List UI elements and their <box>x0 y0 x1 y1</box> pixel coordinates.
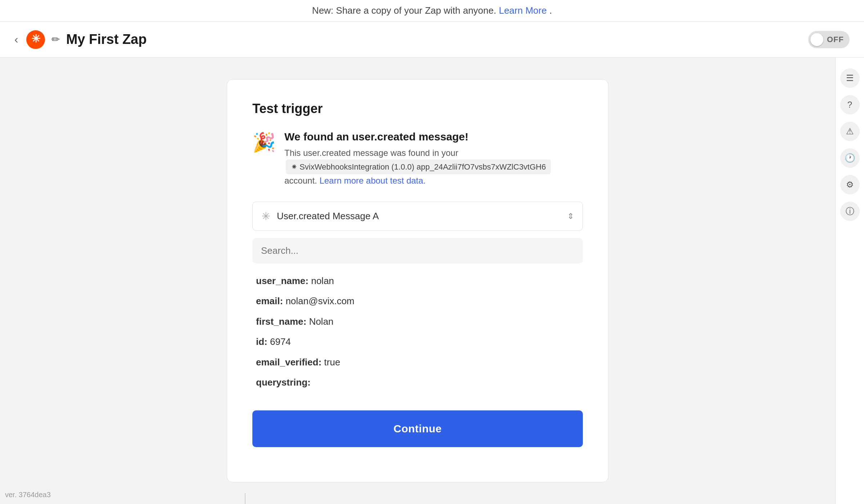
right-sidebar: ☰?⚠🕐⚙ⓘ <box>835 58 864 504</box>
data-row: email_verified: true <box>256 356 579 369</box>
data-row: email: nolan@svix.com <box>256 294 579 307</box>
data-value: nolan <box>309 275 334 286</box>
data-key: user_name: <box>256 275 309 286</box>
data-value: 6974 <box>267 336 291 347</box>
data-row: first_name: Nolan <box>256 315 579 328</box>
main-layout: Test trigger 🎉 We found an user.created … <box>0 58 864 504</box>
data-key: email: <box>256 296 283 306</box>
success-heading: We found an user.created message! <box>284 131 583 143</box>
toggle-label: OFF <box>827 35 844 44</box>
test-data-link[interactable]: Learn more about test data. <box>319 176 426 185</box>
bottom-divider <box>245 493 246 504</box>
announcement-text: New: Share a copy of your Zap with anyon… <box>312 5 499 16</box>
announcement-suffix: . <box>549 5 552 16</box>
continue-button[interactable]: Continue <box>252 410 583 447</box>
success-body-text: This user.created message was found in y… <box>284 148 458 158</box>
menu-icon[interactable]: ☰ <box>840 68 860 88</box>
data-value: Nolan <box>306 316 333 327</box>
data-key: querystring: <box>256 377 311 388</box>
success-text: We found an user.created message! This u… <box>284 131 583 187</box>
settings-icon[interactable]: ⚙ <box>840 175 860 194</box>
help-icon[interactable]: ? <box>840 95 860 114</box>
selector-label: User.created Message A <box>277 211 561 222</box>
main-card: Test trigger 🎉 We found an user.created … <box>227 79 608 482</box>
clock-icon[interactable]: 🕐 <box>840 148 860 168</box>
edit-icon[interactable]: ✏ <box>51 33 60 45</box>
version-footer: ver. 3764dea3 <box>5 491 51 499</box>
party-icon: 🎉 <box>252 131 276 153</box>
zapier-logo: ✳ <box>26 30 45 49</box>
data-key: email_verified: <box>256 357 321 368</box>
selector-arrows-icon: ⇕ <box>567 212 574 221</box>
back-button[interactable]: ‹ <box>14 33 18 46</box>
learn-more-link[interactable]: Learn More <box>499 5 547 16</box>
data-value: nolan@svix.com <box>283 296 354 306</box>
data-row: user_name: nolan <box>256 274 579 287</box>
header-right: OFF <box>808 31 850 48</box>
account-suffix: account. <box>284 176 317 185</box>
selector-asterisk-icon: ✳ <box>261 210 270 222</box>
search-input[interactable] <box>261 245 574 256</box>
zap-title: My First Zap <box>66 32 147 47</box>
success-block: 🎉 We found an user.created message! This… <box>252 131 583 187</box>
data-row: id: 6974 <box>256 335 579 348</box>
data-list: user_name: nolanemail: nolan@svix.comfir… <box>252 274 583 389</box>
data-key: id: <box>256 336 267 347</box>
data-row: querystring: <box>256 376 579 389</box>
data-value: true <box>321 357 340 368</box>
message-selector[interactable]: ✳ User.created Message A ⇕ <box>252 202 583 231</box>
info-icon[interactable]: ⓘ <box>840 202 860 221</box>
center-content: Test trigger 🎉 We found an user.created … <box>0 58 835 504</box>
header: ‹ ✳ ✏ My First Zap OFF <box>0 22 864 58</box>
account-badge: ⁕ SvixWebhooksIntegration (1.0.0) app_24… <box>286 159 551 174</box>
toggle-knob <box>810 33 823 46</box>
search-field[interactable] <box>252 238 583 264</box>
header-left: ‹ ✳ ✏ My First Zap <box>14 30 147 49</box>
warning-icon[interactable]: ⚠ <box>840 122 860 141</box>
announcement-bar: New: Share a copy of your Zap with anyon… <box>0 0 864 22</box>
toggle-switch[interactable]: OFF <box>808 31 850 48</box>
svg-text:✳: ✳ <box>31 33 40 45</box>
success-body: This user.created message was found in y… <box>284 147 583 187</box>
section-title: Test trigger <box>252 101 583 116</box>
data-key: first_name: <box>256 316 306 327</box>
